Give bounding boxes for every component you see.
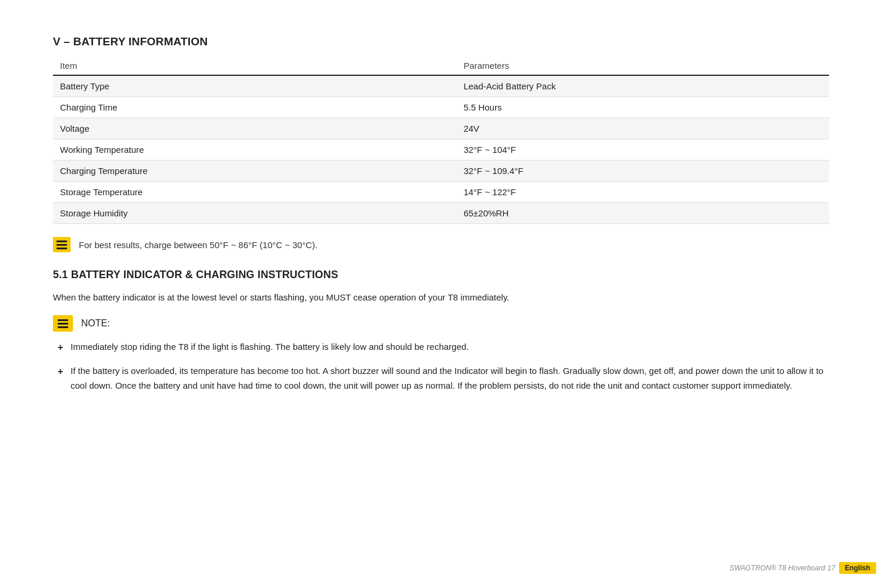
table-row: Battery TypeLead-Acid Battery Pack bbox=[53, 75, 829, 97]
table-row: Charging Time5.5 Hours bbox=[53, 97, 829, 118]
best-results-note-row: For best results, charge between 50°F ~ … bbox=[53, 237, 829, 252]
page-container: V – BATTERY INFORMATION Item Parameters … bbox=[0, 0, 882, 588]
note-label-row: NOTE: bbox=[53, 315, 829, 332]
note-label-icon-line-3 bbox=[58, 326, 68, 328]
table-cell-item: Storage Temperature bbox=[53, 182, 456, 203]
note-icon-line-1 bbox=[56, 240, 67, 242]
table-cell-parameter: Lead-Acid Battery Pack bbox=[456, 75, 829, 97]
section-title: V – BATTERY INFORMATION bbox=[53, 35, 829, 48]
table-cell-item: Charging Temperature bbox=[53, 161, 456, 182]
table-cell-item: Storage Humidity bbox=[53, 203, 456, 224]
note-label-icon-line-1 bbox=[58, 319, 68, 321]
table-cell-item: Voltage bbox=[53, 118, 456, 139]
footer-page: 17 bbox=[827, 564, 835, 572]
table-row: Storage Temperature14°F ~ 122°F bbox=[53, 182, 829, 203]
note-icon-line-2 bbox=[56, 244, 67, 246]
table-cell-parameter: 32°F ~ 104°F bbox=[456, 139, 829, 161]
note-icon bbox=[53, 237, 71, 252]
table-header: Item Parameters bbox=[53, 56, 829, 75]
battery-table: Item Parameters Battery TypeLead-Acid Ba… bbox=[53, 56, 829, 224]
list-item: If the battery is overloaded, its temper… bbox=[71, 364, 829, 393]
note-icon-line-3 bbox=[56, 248, 67, 249]
col-header-item: Item bbox=[53, 56, 456, 75]
body-paragraph: When the battery indicator is at the low… bbox=[53, 290, 829, 305]
list-item: Immediately stop riding the T8 if the li… bbox=[71, 340, 829, 355]
note-label-icon-line-2 bbox=[58, 323, 68, 325]
subsection-title: 5.1 BATTERY INDICATOR & CHARGING INSTRUC… bbox=[53, 269, 829, 281]
table-cell-item: Battery Type bbox=[53, 75, 456, 97]
table-cell-item: Charging Time bbox=[53, 97, 456, 118]
table-cell-parameter: 24V bbox=[456, 118, 829, 139]
note-label-icon bbox=[53, 315, 73, 332]
table-body: Battery TypeLead-Acid Battery PackChargi… bbox=[53, 75, 829, 224]
table-row: Charging Temperature32°F ~ 109.4°F bbox=[53, 161, 829, 182]
table-row: Working Temperature32°F ~ 104°F bbox=[53, 139, 829, 161]
table-cell-parameter: 32°F ~ 109.4°F bbox=[456, 161, 829, 182]
bullet-list: Immediately stop riding the T8 if the li… bbox=[53, 340, 829, 393]
footer: SWAGTRON® T8 Hoverboard 17 English bbox=[0, 562, 882, 574]
table-cell-parameter: 14°F ~ 122°F bbox=[456, 182, 829, 203]
table-cell-parameter: 65±20%RH bbox=[456, 203, 829, 224]
col-header-parameters: Parameters bbox=[456, 56, 829, 75]
footer-language-badge: English bbox=[839, 562, 876, 574]
table-row: Storage Humidity65±20%RH bbox=[53, 203, 829, 224]
best-results-text: For best results, charge between 50°F ~ … bbox=[79, 240, 318, 250]
footer-inner: SWAGTRON® T8 Hoverboard 17 English bbox=[730, 562, 882, 574]
table-row: Voltage24V bbox=[53, 118, 829, 139]
table-cell-parameter: 5.5 Hours bbox=[456, 97, 829, 118]
table-cell-item: Working Temperature bbox=[53, 139, 456, 161]
footer-brand: SWAGTRON® T8 Hoverboard bbox=[730, 564, 826, 572]
note-label-text: NOTE: bbox=[81, 318, 110, 329]
